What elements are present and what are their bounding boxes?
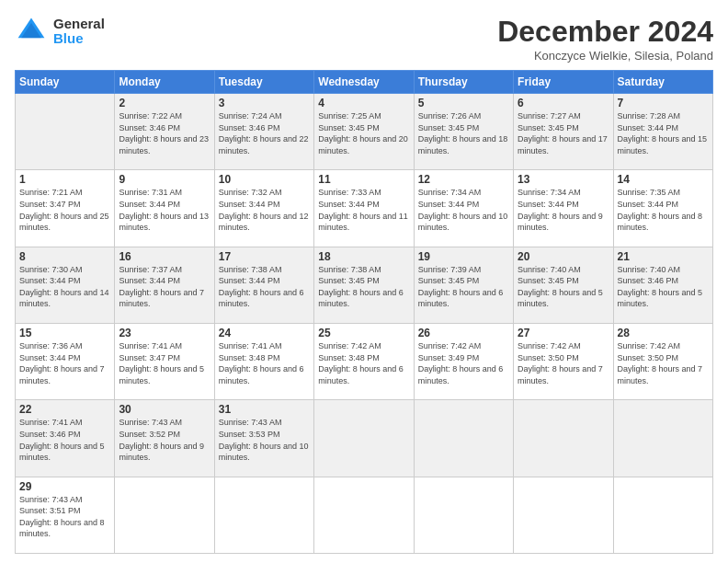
day-number: 21 (618, 250, 709, 263)
day-info: Sunrise: 7:43 AM Sunset: 3:53 PM Dayligh… (219, 417, 310, 463)
col-monday: Monday (115, 71, 214, 94)
day-number: 8 (19, 250, 110, 263)
table-cell (514, 477, 613, 553)
header-row: Sunday Monday Tuesday Wednesday Thursday… (16, 71, 713, 94)
day-number: 25 (318, 327, 409, 339)
day-number: 7 (618, 97, 709, 109)
day-info: Sunrise: 7:28 AM Sunset: 3:44 PM Dayligh… (618, 110, 709, 156)
table-cell (613, 400, 712, 477)
day-info: Sunrise: 7:31 AM Sunset: 3:44 PM Dayligh… (119, 187, 210, 233)
calendar-row: 29Sunrise: 7:43 AM Sunset: 3:51 PM Dayli… (16, 477, 713, 553)
logo-blue: Blue (53, 31, 105, 47)
day-info: Sunrise: 7:38 AM Sunset: 3:45 PM Dayligh… (318, 264, 409, 310)
calendar-row: 22Sunrise: 7:41 AM Sunset: 3:46 PM Dayli… (16, 400, 713, 477)
table-cell: 18Sunrise: 7:38 AM Sunset: 3:45 PM Dayli… (314, 247, 414, 323)
day-info: Sunrise: 7:42 AM Sunset: 3:48 PM Dayligh… (318, 340, 409, 386)
day-number: 19 (418, 250, 509, 263)
logo: General Blue (15, 15, 105, 48)
table-cell: 20Sunrise: 7:40 AM Sunset: 3:45 PM Dayli… (514, 247, 613, 323)
day-info: Sunrise: 7:40 AM Sunset: 3:45 PM Dayligh… (518, 264, 609, 310)
day-info: Sunrise: 7:42 AM Sunset: 3:50 PM Dayligh… (518, 340, 609, 386)
title-section: December 2024 Konczyce Wielkie, Silesia,… (497, 15, 713, 63)
table-cell (115, 477, 214, 553)
header: General Blue December 2024 Konczyce Wiel… (15, 15, 713, 63)
col-wednesday: Wednesday (314, 71, 414, 94)
table-cell (214, 477, 313, 553)
table-cell: 13Sunrise: 7:34 AM Sunset: 3:44 PM Dayli… (514, 170, 613, 247)
day-number: 5 (418, 97, 509, 109)
table-cell: 8Sunrise: 7:30 AM Sunset: 3:44 PM Daylig… (16, 247, 115, 323)
day-number: 2 (119, 97, 210, 109)
calendar: Sunday Monday Tuesday Wednesday Thursday… (15, 70, 713, 554)
table-cell (514, 400, 613, 477)
day-info: Sunrise: 7:35 AM Sunset: 3:44 PM Dayligh… (618, 187, 709, 233)
day-number: 20 (518, 250, 609, 263)
table-cell: 2Sunrise: 7:22 AM Sunset: 3:46 PM Daylig… (115, 94, 214, 170)
col-thursday: Thursday (414, 71, 513, 94)
table-cell: 16Sunrise: 7:37 AM Sunset: 3:44 PM Dayli… (115, 247, 214, 323)
day-number: 9 (119, 173, 210, 186)
day-info: Sunrise: 7:30 AM Sunset: 3:44 PM Dayligh… (19, 264, 110, 310)
table-cell: 3Sunrise: 7:24 AM Sunset: 3:46 PM Daylig… (214, 94, 313, 170)
day-info: Sunrise: 7:36 AM Sunset: 3:44 PM Dayligh… (19, 340, 110, 386)
day-number: 26 (418, 327, 509, 339)
table-cell: 4Sunrise: 7:25 AM Sunset: 3:45 PM Daylig… (314, 94, 414, 170)
table-cell: 15Sunrise: 7:36 AM Sunset: 3:44 PM Dayli… (16, 323, 115, 399)
table-cell: 30Sunrise: 7:43 AM Sunset: 3:52 PM Dayli… (115, 400, 214, 477)
table-cell: 21Sunrise: 7:40 AM Sunset: 3:46 PM Dayli… (613, 247, 712, 323)
calendar-row: 2Sunrise: 7:22 AM Sunset: 3:46 PM Daylig… (16, 94, 713, 170)
day-info: Sunrise: 7:26 AM Sunset: 3:45 PM Dayligh… (418, 110, 509, 156)
day-info: Sunrise: 7:43 AM Sunset: 3:51 PM Dayligh… (19, 494, 110, 540)
location: Konczyce Wielkie, Silesia, Poland (497, 49, 713, 63)
logo-text: General Blue (53, 17, 105, 47)
day-number: 11 (318, 173, 409, 186)
day-number: 13 (518, 173, 609, 186)
table-cell: 11Sunrise: 7:33 AM Sunset: 3:44 PM Dayli… (314, 170, 414, 247)
day-number: 3 (219, 97, 310, 109)
day-number: 24 (219, 327, 310, 339)
day-info: Sunrise: 7:41 AM Sunset: 3:47 PM Dayligh… (119, 340, 210, 386)
day-info: Sunrise: 7:38 AM Sunset: 3:44 PM Dayligh… (219, 264, 310, 310)
table-cell: 31Sunrise: 7:43 AM Sunset: 3:53 PM Dayli… (214, 400, 313, 477)
month-title: December 2024 (497, 15, 713, 49)
day-info: Sunrise: 7:41 AM Sunset: 3:46 PM Dayligh… (19, 417, 110, 463)
day-number: 18 (318, 250, 409, 263)
table-cell (314, 400, 414, 477)
table-cell: 22Sunrise: 7:41 AM Sunset: 3:46 PM Dayli… (16, 400, 115, 477)
calendar-row: 15Sunrise: 7:36 AM Sunset: 3:44 PM Dayli… (16, 323, 713, 399)
table-cell: 27Sunrise: 7:42 AM Sunset: 3:50 PM Dayli… (514, 323, 613, 399)
table-cell: 26Sunrise: 7:42 AM Sunset: 3:49 PM Dayli… (414, 323, 513, 399)
table-cell: 6Sunrise: 7:27 AM Sunset: 3:45 PM Daylig… (514, 94, 613, 170)
day-info: Sunrise: 7:21 AM Sunset: 3:47 PM Dayligh… (19, 187, 110, 233)
table-cell (613, 477, 712, 553)
table-cell: 25Sunrise: 7:42 AM Sunset: 3:48 PM Dayli… (314, 323, 414, 399)
calendar-row: 8Sunrise: 7:30 AM Sunset: 3:44 PM Daylig… (16, 247, 713, 323)
day-number: 17 (219, 250, 310, 263)
day-number: 29 (19, 480, 110, 493)
day-number: 4 (318, 97, 409, 109)
day-number: 1 (19, 173, 110, 186)
table-cell: 1Sunrise: 7:21 AM Sunset: 3:47 PM Daylig… (16, 170, 115, 247)
table-cell: 24Sunrise: 7:41 AM Sunset: 3:48 PM Dayli… (214, 323, 313, 399)
day-info: Sunrise: 7:25 AM Sunset: 3:45 PM Dayligh… (318, 110, 409, 156)
col-sunday: Sunday (16, 71, 115, 94)
day-info: Sunrise: 7:42 AM Sunset: 3:49 PM Dayligh… (418, 340, 509, 386)
table-cell: 9Sunrise: 7:31 AM Sunset: 3:44 PM Daylig… (115, 170, 214, 247)
table-cell: 5Sunrise: 7:26 AM Sunset: 3:45 PM Daylig… (414, 94, 513, 170)
day-info: Sunrise: 7:33 AM Sunset: 3:44 PM Dayligh… (318, 187, 409, 233)
table-cell: 28Sunrise: 7:42 AM Sunset: 3:50 PM Dayli… (613, 323, 712, 399)
table-cell (16, 94, 115, 170)
table-cell: 7Sunrise: 7:28 AM Sunset: 3:44 PM Daylig… (613, 94, 712, 170)
day-info: Sunrise: 7:34 AM Sunset: 3:44 PM Dayligh… (418, 187, 509, 233)
day-number: 30 (119, 403, 210, 416)
day-info: Sunrise: 7:34 AM Sunset: 3:44 PM Dayligh… (518, 187, 609, 233)
day-number: 31 (219, 403, 310, 416)
col-tuesday: Tuesday (214, 71, 313, 94)
day-info: Sunrise: 7:22 AM Sunset: 3:46 PM Dayligh… (119, 110, 210, 156)
day-number: 28 (618, 327, 709, 339)
day-number: 6 (518, 97, 609, 109)
table-cell: 12Sunrise: 7:34 AM Sunset: 3:44 PM Dayli… (414, 170, 513, 247)
day-info: Sunrise: 7:42 AM Sunset: 3:50 PM Dayligh… (618, 340, 709, 386)
day-number: 14 (618, 173, 709, 186)
day-number: 23 (119, 327, 210, 339)
